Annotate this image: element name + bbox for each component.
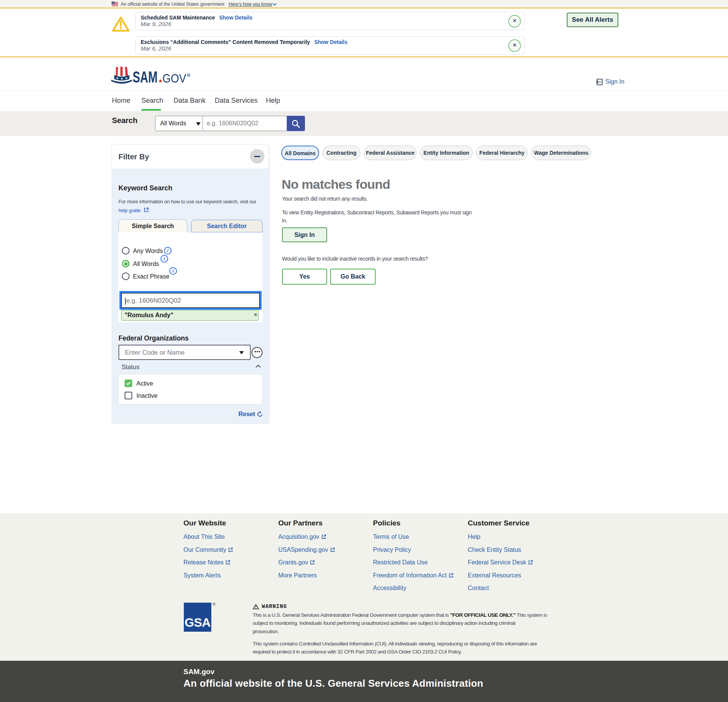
svg-text:GOV: GOV	[162, 72, 186, 85]
svg-text:R: R	[188, 74, 190, 76]
svg-text:SAM: SAM	[133, 68, 157, 85]
